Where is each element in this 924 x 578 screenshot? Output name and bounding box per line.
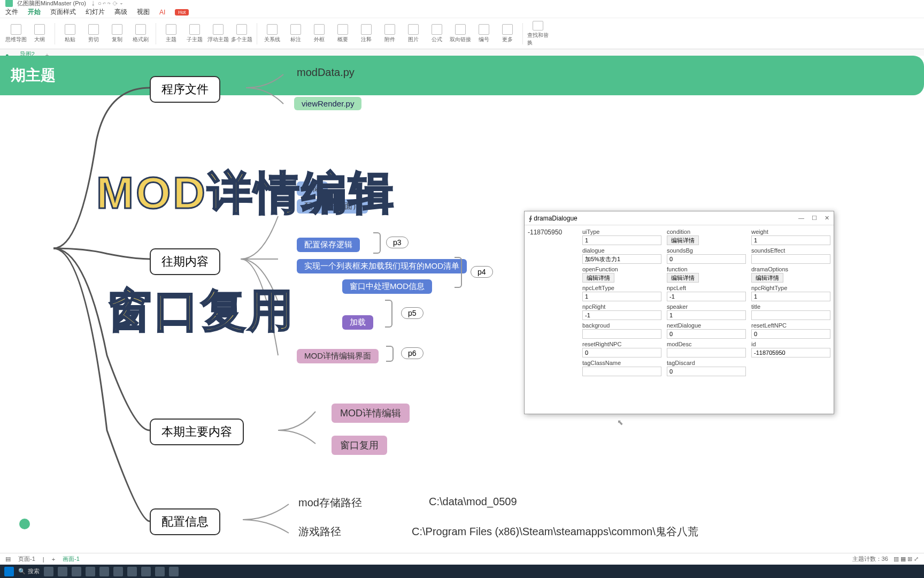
tag-p3[interactable]: p3 [386, 237, 409, 248]
rb-floattopic[interactable]: 浮动主题 [207, 21, 229, 47]
rb-findreplace[interactable]: 查找和替换 [527, 21, 549, 47]
node-config[interactable]: 配置信息 [150, 508, 220, 535]
tag-p5[interactable]: p5 [401, 307, 424, 319]
node-pastcontent[interactable]: 往期内容 [150, 248, 220, 275]
status-page-icon[interactable]: ▤ [5, 556, 11, 562]
rb-boundary[interactable]: 外框 [309, 21, 330, 47]
start-icon[interactable] [4, 567, 14, 576]
field-input-dialogue[interactable] [582, 254, 661, 264]
rb-paste[interactable]: 粘贴 [59, 21, 81, 47]
menu-ai[interactable]: AI [159, 9, 165, 16]
minimize-icon[interactable]: — [798, 215, 804, 222]
rb-formula[interactable]: 公式 [426, 21, 448, 47]
tb-mindmaster[interactable] [155, 567, 165, 576]
menu-slide[interactable]: 幻灯片 [86, 7, 105, 17]
status-page[interactable]: 页面-1 [18, 555, 35, 563]
tb-app1[interactable] [86, 567, 95, 576]
rb-attach[interactable]: 附件 [379, 21, 401, 47]
tb-app4[interactable] [169, 567, 179, 576]
rb-more[interactable]: 更多 [497, 21, 518, 47]
field-input-uiType[interactable] [582, 235, 661, 245]
current-winreuse[interactable]: 窗口复用 [332, 436, 387, 455]
node-thiscurrent[interactable]: 本期主要内容 [150, 419, 244, 445]
field-input-nextDialogue[interactable] [667, 329, 746, 339]
taskbar-search[interactable]: 🔍 搜索 [18, 567, 40, 575]
rb-bilink[interactable]: 双向链接 [450, 21, 471, 47]
rb-outline[interactable]: 大纲 [29, 21, 50, 47]
rb-multitopic[interactable]: 多个主题 [231, 21, 252, 47]
past-listload[interactable]: 实现一个列表框来加载我们现有的MOD清单 [297, 259, 467, 273]
field-input-tagClassName[interactable] [582, 367, 661, 376]
taskbar[interactable]: 🔍 搜索 [0, 565, 924, 578]
canvas[interactable]: 期主题 程序文件 modData.py viewRender.py 往期内容 存… [0, 56, 924, 563]
field-btn-function[interactable]: 编辑详情 [667, 273, 699, 283]
rb-callout[interactable]: 标注 [285, 21, 306, 47]
field-input-resetRightNPC[interactable] [582, 348, 661, 358]
field-input-modDesc[interactable] [667, 348, 746, 358]
status-add[interactable]: + [52, 556, 55, 562]
rb-summary[interactable]: 概要 [332, 21, 353, 47]
field-input-npcRightType[interactable] [751, 292, 830, 301]
past-winmod[interactable]: 窗口中处理MOD信息 [342, 279, 432, 294]
field-btn-openFunction[interactable]: 编辑详情 [582, 273, 614, 283]
field-btn-condition[interactable]: 编辑详情 [667, 235, 699, 245]
past-load[interactable]: 加载 [342, 315, 373, 330]
field-input-speaker[interactable] [667, 310, 746, 320]
tb-app2[interactable] [127, 567, 137, 576]
field-input-npcRight[interactable] [582, 310, 661, 320]
file-viewrender[interactable]: viewRender.py [294, 97, 361, 110]
cfg-gamelabel[interactable]: 游戏路径 [298, 524, 341, 539]
fab-icon[interactable] [19, 519, 30, 529]
rb-note[interactable]: 注释 [356, 21, 377, 47]
menu-file[interactable]: 文件 [5, 7, 18, 17]
rb-cut[interactable]: 剪切 [83, 21, 104, 47]
cfg-storlabel[interactable]: mod存储路径 [298, 496, 362, 510]
menu-start[interactable]: 开始 [28, 7, 41, 17]
status-center[interactable]: 画面-1 [63, 555, 80, 563]
cfg-gameval[interactable]: C:\Program Files (x86)\Steam\steamapps\c… [412, 524, 698, 539]
rb-mindmap[interactable]: 思维导图 [5, 21, 27, 47]
past-cfglogic[interactable]: 配置保存逻辑 [297, 238, 360, 252]
field-input-id[interactable] [751, 348, 830, 358]
field-btn-dramaOptions[interactable]: 编辑详情 [751, 273, 783, 283]
cfg-storval[interactable]: C:\data\mod_0509 [429, 496, 517, 508]
tag-p4[interactable]: p4 [471, 266, 493, 278]
menu-pagestyle[interactable]: 页面样式 [50, 7, 76, 17]
field-input-soundsEffect[interactable] [751, 254, 830, 264]
maximize-icon[interactable]: ☐ [812, 215, 817, 222]
tb-vscode[interactable] [99, 567, 109, 576]
qat-icons[interactable]: ⭳ ▢ ↶ ↷ ⟳ ▾ [90, 0, 123, 6]
tb-edge[interactable] [58, 567, 67, 576]
rb-image[interactable]: 图片 [403, 21, 424, 47]
field-input-npcLeft[interactable] [667, 292, 746, 301]
tb-chrome[interactable] [44, 567, 53, 576]
dialog-side-value[interactable]: -118705950 [528, 229, 578, 376]
status-icons[interactable]: ▥ ▦ ⊞ ⤢ [894, 556, 919, 562]
node-progfile[interactable]: 程序文件 [150, 76, 220, 103]
field-input-npcLeftType[interactable] [582, 292, 661, 301]
field-input-soundsBg[interactable] [667, 254, 746, 264]
tb-steam[interactable] [113, 567, 123, 576]
dialog-titlebar[interactable]: ∮ dramaDialogue — ☐ ✕ [525, 211, 834, 225]
rb-number[interactable]: 编号 [473, 21, 495, 47]
current-moddetail[interactable]: MOD详情编辑 [332, 404, 410, 423]
tag-p6[interactable]: p6 [401, 347, 424, 359]
past-moddetail[interactable]: MOD详情编辑界面 [297, 349, 379, 363]
rb-copy[interactable]: 复制 [106, 21, 128, 47]
menu-view[interactable]: 视图 [137, 7, 150, 17]
file-moddata[interactable]: modData.py [297, 66, 355, 79]
close-icon[interactable]: ✕ [825, 215, 829, 222]
root-node[interactable]: 期主题 [0, 56, 924, 95]
field-input-backgroud[interactable] [582, 329, 661, 339]
rb-topic[interactable]: 主题 [160, 21, 182, 47]
tb-explorer[interactable] [72, 567, 81, 576]
field-input-weight[interactable] [751, 235, 830, 245]
rb-subtopic[interactable]: 子主题 [184, 21, 205, 47]
field-input-title[interactable] [751, 310, 830, 320]
tb-app3[interactable] [141, 567, 151, 576]
menu-advanced[interactable]: 高级 [114, 7, 127, 17]
rb-formatpainter[interactable]: 格式刷 [130, 21, 151, 47]
field-input-resetLeftNPC[interactable] [751, 329, 830, 339]
field-input-tagDiscard[interactable] [667, 367, 746, 376]
dialog-window[interactable]: ∮ dramaDialogue — ☐ ✕ -118705950 uiTypec… [524, 211, 834, 414]
